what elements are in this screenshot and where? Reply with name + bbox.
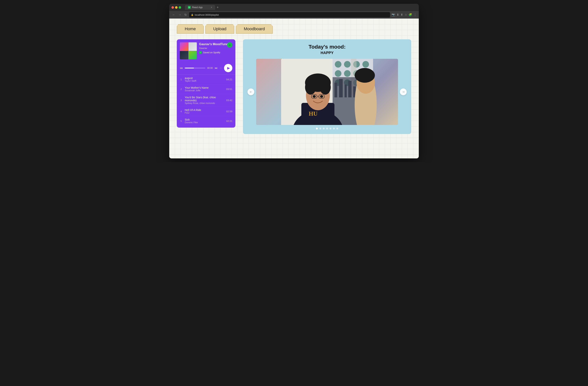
artwork-cell-4 xyxy=(189,51,197,60)
track-number: 2 xyxy=(180,88,182,91)
mood-section: Today's mood: HAPPY ← xyxy=(243,39,411,134)
track-duration: 02:59 xyxy=(226,110,232,113)
svg-rect-16 xyxy=(339,79,343,97)
carousel-dot[interactable] xyxy=(326,128,328,129)
carousel-dot[interactable] xyxy=(333,128,335,129)
download-icon[interactable]: ⬇ xyxy=(397,13,399,17)
track-artist: Taylor Swift xyxy=(185,80,224,82)
playlist-owner: Gaurav xyxy=(199,47,232,50)
previous-button[interactable]: ⏮ xyxy=(180,66,183,70)
progress-fill xyxy=(185,68,194,68)
next-button[interactable]: ⏭ xyxy=(215,66,218,70)
saved-text: Saved on Spotify xyxy=(203,51,220,54)
browser-toolbar: ← → ↻ 🔒 localhost:3000/playlist 📷 ⬇ ⬆ ☆ … xyxy=(169,11,419,19)
track-info: Sick Dominic Fike xyxy=(185,118,224,124)
camera-icon[interactable]: 📷 xyxy=(392,13,395,17)
carousel-container: ← xyxy=(248,59,407,125)
track-item[interactable]: 3 You'd Be Stars (feat. chloe moriondo) … xyxy=(177,94,235,107)
carousel-dot[interactable] xyxy=(336,128,338,129)
share-icon[interactable]: ⬆ xyxy=(401,13,403,17)
carousel-viewport: HU xyxy=(256,59,398,125)
track-name: You'd Be Stars (feat. chloe moriondo) xyxy=(185,96,224,102)
svg-point-3 xyxy=(344,61,351,68)
browser-window: R React App × + ← → ↻ 🔒 localhost:3000/p… xyxy=(169,4,419,158)
maximize-window-button[interactable] xyxy=(179,6,181,9)
carousel-dot[interactable] xyxy=(319,128,321,129)
track-list-scroll[interactable]: 1 august Taylor Swift 04:21 2 Your Mothe… xyxy=(177,75,235,128)
spotify-icon: ♫ xyxy=(227,42,232,48)
carousel-dot[interactable] xyxy=(316,128,318,129)
track-artist: Susannah Joffe xyxy=(185,89,224,92)
photo-svg: HU xyxy=(256,59,398,125)
mood-label: HAPPY xyxy=(248,51,407,55)
track-list: 1 august Taylor Swift 04:21 2 Your Mothe… xyxy=(177,75,235,128)
artwork-cell-1 xyxy=(180,42,188,51)
carousel-image: HU xyxy=(256,59,398,125)
mood-title: Today's mood: xyxy=(248,44,407,50)
svg-rect-17 xyxy=(344,84,347,97)
track-artist: Sydney Rose, chloe moriondo xyxy=(185,102,224,104)
track-item[interactable]: 6 Freak Show Jake Daniels, AVivA 02:07 xyxy=(177,126,235,128)
forward-button[interactable]: → xyxy=(178,12,182,17)
artwork-cell-2 xyxy=(189,42,197,51)
play-icon: ▶ xyxy=(227,66,230,70)
carousel-dot[interactable] xyxy=(323,128,325,129)
player-controls: ⏮ 00:00 ⏭ ··· ▶ xyxy=(177,62,235,75)
bookmark-icon[interactable]: ☆ xyxy=(405,13,407,17)
svg-point-7 xyxy=(344,70,351,77)
track-name: august xyxy=(185,77,224,80)
track-name: Sick xyxy=(185,118,224,121)
track-item[interactable]: 5 Sick Dominic Fike 02:21 xyxy=(177,116,235,126)
nav-tab-home[interactable]: Home xyxy=(177,24,204,34)
nav-tab-moodboard[interactable]: Moodboard xyxy=(236,24,273,34)
track-duration: 03:51 xyxy=(226,88,232,91)
lock-icon: 🔒 xyxy=(191,14,194,16)
more-options-button[interactable]: ··· xyxy=(220,66,222,70)
refresh-button[interactable]: ↻ xyxy=(184,12,188,17)
close-window-button[interactable] xyxy=(171,6,174,9)
track-name: Hell Of A Ride xyxy=(185,108,224,112)
track-item[interactable]: 4 Hell Of A Ride FIZZ 02:59 xyxy=(177,107,235,116)
url-display: localhost:3000/playlist xyxy=(195,13,219,16)
carousel-prev-button[interactable]: ← xyxy=(248,88,254,95)
carousel-next-button[interactable]: → xyxy=(400,88,407,95)
main-navigation: Home Upload Moodboard xyxy=(177,22,411,34)
tab-close-button[interactable]: × xyxy=(211,6,212,9)
track-number: 4 xyxy=(180,110,182,113)
saved-badge: ✓ Saved on Spotify xyxy=(199,51,232,54)
browser-tab-active[interactable]: R React App × xyxy=(185,5,215,10)
extensions-icon[interactable]: 🧩 xyxy=(409,13,412,17)
svg-point-2 xyxy=(335,61,341,68)
play-button[interactable]: ▶ xyxy=(224,64,232,72)
minimize-window-button[interactable] xyxy=(175,6,178,9)
back-button[interactable]: ← xyxy=(171,12,176,17)
right-arrow-icon: → xyxy=(401,90,405,94)
svg-point-5 xyxy=(362,61,369,68)
carousel-dots xyxy=(248,128,407,129)
tab-title: React App xyxy=(192,6,203,9)
playlist-header: Gaurav's MoodTune Gaurav ✓ Saved on Spot… xyxy=(177,39,235,62)
new-tab-button[interactable]: + xyxy=(217,5,219,9)
address-bar[interactable]: 🔒 localhost:3000/playlist xyxy=(189,12,390,17)
nav-tab-upload[interactable]: Upload xyxy=(205,24,234,34)
track-item[interactable]: 2 Your Mother's Name Susannah Joffe 03:5… xyxy=(177,84,235,94)
svg-rect-18 xyxy=(348,81,352,98)
carousel-dot[interactable] xyxy=(330,128,332,129)
track-number: 3 xyxy=(180,99,182,102)
playlist-artwork xyxy=(180,42,197,59)
track-item[interactable]: 1 august Taylor Swift 04:21 xyxy=(177,75,235,84)
track-number: 1 xyxy=(180,78,182,81)
track-artist: Dominic Fike xyxy=(185,121,224,124)
check-icon: ✓ xyxy=(199,51,202,54)
svg-text:HU: HU xyxy=(309,110,318,117)
svg-point-6 xyxy=(335,70,341,77)
track-info: Your Mother's Name Susannah Joffe xyxy=(185,86,224,92)
svg-point-32 xyxy=(320,95,323,98)
svg-point-31 xyxy=(313,95,316,98)
progress-bar[interactable] xyxy=(185,68,205,68)
menu-icon[interactable]: ⋮ xyxy=(414,13,417,17)
toolbar-actions: 📷 ⬇ ⬆ ☆ 🧩 ⋮ xyxy=(392,13,417,17)
track-info: august Taylor Swift xyxy=(185,77,224,82)
track-number: 5 xyxy=(180,120,182,122)
playlist-card: Gaurav's MoodTune Gaurav ✓ Saved on Spot… xyxy=(177,39,235,128)
